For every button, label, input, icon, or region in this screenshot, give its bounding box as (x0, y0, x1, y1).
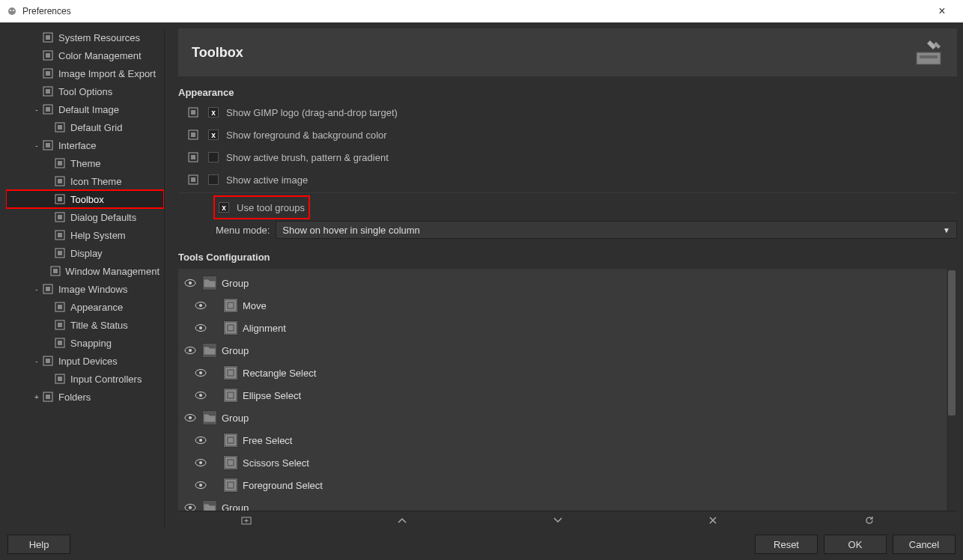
svg-rect-60 (228, 303, 233, 308)
appearance-checkbox-2[interactable] (208, 152, 219, 162)
sidebar-item-label: Snapping (70, 338, 112, 349)
import-export-icon (42, 67, 54, 79)
svg-rect-48 (191, 110, 195, 115)
visibility-toggle-icon[interactable] (193, 391, 208, 400)
sidebar-item-dialog-defaults[interactable]: Dialog Defaults (6, 208, 164, 226)
appearance-option-3[interactable]: Show active image (178, 168, 957, 191)
tool-label: Alignment (243, 323, 286, 334)
svg-point-1 (10, 10, 11, 11)
sidebar-item-theme[interactable]: Theme (6, 154, 164, 172)
sidebar-item-default-grid[interactable]: Default Grid (6, 118, 164, 136)
gimp-logo-icon (178, 107, 208, 118)
visibility-toggle-icon[interactable] (183, 346, 198, 355)
sidebar-item-help-system[interactable]: Help System (6, 226, 164, 244)
visibility-toggle-icon[interactable] (183, 503, 198, 511)
sidebar-item-interface[interactable]: -Interface (6, 136, 164, 154)
cancel-button[interactable]: Cancel (893, 535, 956, 554)
tools-list[interactable]: GroupMoveAlignmentGroupRectangle SelectE… (178, 269, 947, 511)
tool-row-rectangle-select[interactable]: Rectangle Select (178, 362, 947, 384)
menu-mode-dropdown[interactable]: Show on hover in single column ▼ (276, 221, 957, 239)
appearance-option-2[interactable]: Show active brush, pattern & gradient (178, 146, 957, 168)
scrollbar-thumb[interactable] (948, 270, 956, 416)
ok-button[interactable]: OK (824, 535, 887, 554)
default-image-icon (42, 103, 54, 115)
expand-toggle[interactable]: - (31, 285, 42, 293)
sidebar-item-icon-theme[interactable]: Icon Theme (6, 172, 164, 190)
sidebar-item-title-status[interactable]: Title & Status (6, 316, 164, 334)
sidebar-item-tool-options[interactable]: Tool Options (6, 82, 164, 100)
toolbox-tree-icon (54, 193, 66, 205)
expand-toggle[interactable]: - (31, 357, 42, 365)
fgbg-icon (178, 130, 208, 140)
appearance-option-1[interactable]: Show foreground & background color (178, 124, 957, 146)
expand-toggle[interactable]: - (31, 106, 42, 114)
tool-row-alignment[interactable]: Alignment (178, 317, 947, 339)
sidebar-item-folders[interactable]: +Folders (6, 388, 164, 406)
sidebar-item-window-management[interactable]: Window Management (6, 262, 164, 280)
sidebar-item-appearance[interactable]: Appearance (6, 298, 164, 316)
tool-label: Foreground Select (243, 480, 323, 491)
visibility-toggle-icon[interactable] (193, 436, 208, 445)
visibility-toggle-icon[interactable] (183, 413, 198, 422)
tool-group-row[interactable]: Group (178, 407, 947, 429)
tool-group-row[interactable]: Group (178, 496, 947, 511)
tool-group-row[interactable]: Group (178, 339, 947, 362)
sidebar-item-image-windows[interactable]: -Image Windows (6, 280, 164, 298)
active-image-icon (178, 174, 208, 185)
svg-rect-32 (46, 287, 50, 291)
sidebar-item-input-devices[interactable]: -Input Devices (6, 352, 164, 370)
menu-mode-label: Menu mode: (216, 225, 270, 236)
close-button[interactable]: × (927, 4, 957, 18)
ellipse-select-icon (223, 388, 238, 403)
foreground-select-icon (223, 478, 238, 493)
visibility-toggle-icon[interactable] (193, 301, 208, 310)
appearance-checkbox-3[interactable] (208, 174, 219, 185)
svg-rect-24 (58, 215, 62, 219)
sidebar-item-image-import-export[interactable]: Image Import & Export (6, 64, 164, 82)
tool-row-foreground-select[interactable]: Foreground Select (178, 474, 947, 496)
expand-toggle[interactable]: - (31, 141, 42, 150)
icon-theme-icon (54, 175, 66, 187)
sidebar-item-color-management[interactable]: Color Management (6, 46, 164, 64)
visibility-toggle-icon[interactable] (193, 368, 208, 377)
use-tool-groups-option[interactable]: Use tool groups (214, 196, 309, 219)
reset-order-button[interactable] (864, 515, 894, 526)
move-up-button[interactable] (397, 517, 427, 524)
sidebar-item-input-controllers[interactable]: Input Controllers (6, 370, 164, 388)
new-group-button[interactable] (241, 515, 271, 526)
sidebar-item-system-resources[interactable]: System Resources (6, 28, 164, 46)
tools-scrollbar[interactable] (947, 269, 957, 511)
appearance-option-0[interactable]: Show GIMP logo (drag-and-drop target) (178, 101, 957, 124)
color-mgmt-icon (42, 49, 54, 61)
svg-rect-22 (58, 197, 62, 201)
sidebar-item-display[interactable]: Display (6, 244, 164, 262)
expand-toggle[interactable]: + (31, 393, 42, 401)
window-title: Preferences (22, 6, 927, 16)
visibility-toggle-icon[interactable] (193, 458, 208, 467)
svg-rect-36 (58, 323, 62, 327)
tool-group-row[interactable]: Group (178, 272, 947, 294)
help-button[interactable]: Help (7, 535, 70, 554)
reset-button[interactable]: Reset (755, 535, 818, 554)
visibility-toggle-icon[interactable] (183, 279, 198, 287)
visibility-toggle-icon[interactable] (193, 481, 208, 490)
use-tool-groups-checkbox[interactable] (219, 202, 229, 213)
move-down-button[interactable] (553, 517, 583, 524)
appearance-checkbox-0[interactable] (208, 107, 219, 118)
svg-rect-52 (191, 155, 195, 159)
sidebar-item-toolbox[interactable]: Toolbox (6, 190, 164, 208)
tool-row-scissors-select[interactable]: Scissors Select (178, 451, 947, 474)
delete-button[interactable] (708, 516, 738, 525)
tool-label: Scissors Select (243, 457, 309, 469)
visibility-toggle-icon[interactable] (193, 323, 208, 332)
tool-row-ellipse-select[interactable]: Ellipse Select (178, 384, 947, 407)
dialog-footer: Help Reset OK Cancel (0, 529, 963, 560)
svg-point-68 (199, 371, 202, 374)
sidebar-item-snapping[interactable]: Snapping (6, 334, 164, 352)
appearance-checkbox-1[interactable] (208, 130, 219, 140)
tool-row-free-select[interactable]: Free Select (178, 429, 947, 451)
tool-row-move[interactable]: Move (178, 294, 947, 317)
sidebar-item-default-image[interactable]: -Default Image (6, 100, 164, 118)
svg-rect-84 (228, 460, 233, 465)
svg-rect-70 (228, 371, 233, 375)
